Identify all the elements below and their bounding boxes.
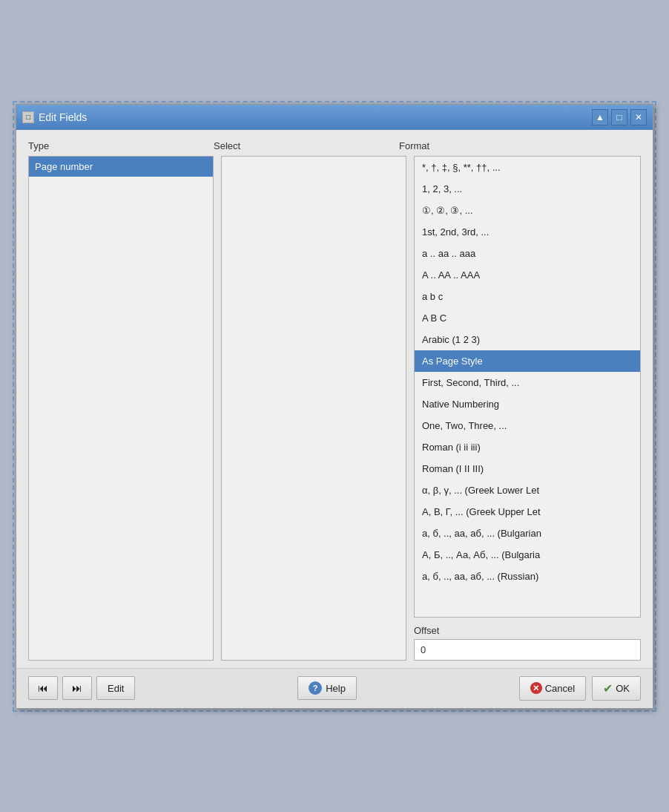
prev-first-icon: ⏮	[38, 682, 48, 694]
edit-button[interactable]: Edit	[96, 676, 135, 700]
ok-button[interactable]: ✔ OK	[592, 676, 641, 701]
type-list[interactable]: Page number	[28, 156, 214, 661]
window-controls: ▲ □ ✕	[592, 109, 647, 125]
format-item-fmt-native[interactable]: Native Numbering	[415, 393, 640, 415]
cancel-icon: ✕	[530, 682, 542, 694]
format-item-fmt-ABC-upper[interactable]: A B C	[415, 307, 640, 329]
title-bar: □ Edit Fields ▲ □ ✕	[16, 105, 653, 130]
format-item-fmt-first-second[interactable]: First, Second, Third, ...	[415, 372, 640, 393]
format-item-fmt-bulgarian-lower[interactable]: а, б, .., аа, аб, ... (Bulgarian	[415, 523, 640, 544]
format-item-fmt-123[interactable]: 1, 2, 3, ...	[415, 178, 640, 200]
prev-first-button[interactable]: ⏮	[28, 676, 58, 700]
offset-section: Offset	[414, 625, 641, 661]
cancel-button[interactable]: ✕ Cancel	[519, 676, 586, 701]
format-item-fmt-ordinal[interactable]: 1st, 2nd, 3rd, ...	[415, 221, 640, 243]
format-item-fmt-one-two[interactable]: One, Two, Three, ...	[415, 415, 640, 436]
type-column-header: Type	[28, 140, 214, 151]
format-item-fmt-circled[interactable]: ①, ②, ③, ...	[415, 200, 640, 221]
format-item-fmt-roman-lower[interactable]: Roman (i ii iii)	[415, 436, 640, 458]
button-bar: ⏮ ⏭ Edit ? Help ✕ Cancel	[16, 668, 653, 708]
select-column-header: Select	[214, 140, 399, 151]
format-item-fmt-greek-lower[interactable]: α, β, γ, ... (Greek Lower Let	[415, 479, 640, 501]
help-icon: ?	[309, 681, 322, 695]
format-item-fmt-page-style[interactable]: As Page Style	[415, 350, 640, 372]
format-column-header: Format	[399, 140, 641, 151]
format-item-fmt-greek-upper[interactable]: Α, Β, Γ, ... (Greek Upper Let	[415, 501, 640, 523]
dialog-title: Edit Fields	[39, 111, 87, 123]
minimize-button[interactable]: ▲	[592, 109, 608, 125]
format-item-fmt-abc-lower[interactable]: a b c	[415, 286, 640, 307]
restore-button[interactable]: □	[611, 109, 627, 125]
select-panel	[221, 156, 406, 661]
prev-last-button[interactable]: ⏭	[62, 676, 92, 700]
format-item-fmt-roman-upper[interactable]: Roman (I II III)	[415, 458, 640, 479]
format-list[interactable]: *, †, ‡, §, **, ††, ...1, 2, 3, ...①, ②,…	[414, 156, 641, 618]
format-item-fmt-A-AA[interactable]: A .. AA .. AAA	[415, 264, 640, 286]
format-item-fmt-russian[interactable]: а, б, .., аа, аб, ... (Russian)	[415, 566, 640, 587]
format-item-fmt-arabic[interactable]: Arabic (1 2 3)	[415, 329, 640, 350]
format-item-fmt-bulgarian-upper[interactable]: А, Б, .., Аа, Аб, ... (Bulgaria	[415, 544, 640, 566]
format-item-fmt-a-aa[interactable]: a .. aa .. aaa	[415, 243, 640, 264]
format-panel: *, †, ‡, §, **, ††, ...1, 2, 3, ...①, ②,…	[414, 156, 641, 661]
offset-label: Offset	[414, 625, 641, 636]
help-button[interactable]: ? Help	[297, 676, 357, 700]
close-button[interactable]: ✕	[630, 109, 647, 125]
format-item-fmt-symbols[interactable]: *, †, ‡, §, **, ††, ...	[415, 157, 640, 178]
ok-icon: ✔	[603, 681, 613, 695]
edit-fields-dialog: □ Edit Fields ▲ □ ✕ Type Select Format	[16, 104, 653, 709]
type-item-page-number[interactable]: Page number	[29, 157, 213, 177]
prev-last-icon: ⏭	[72, 682, 82, 694]
offset-input[interactable]	[414, 639, 641, 661]
dialog-icon: □	[22, 111, 34, 123]
